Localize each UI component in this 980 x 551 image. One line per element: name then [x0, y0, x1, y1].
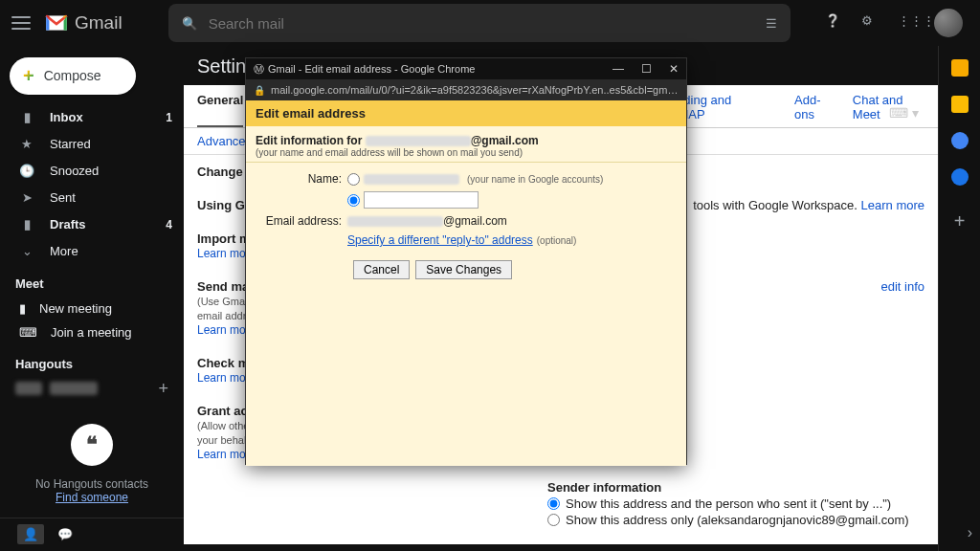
save-button[interactable]: Save Changes	[415, 260, 512, 279]
nav-inbox[interactable]: ▮Inbox1	[0, 104, 184, 131]
hangouts-bubble-icon: ❝	[71, 424, 113, 466]
keyboard-icon: ⌨	[19, 325, 37, 340]
apps-grid-icon[interactable]: ⋮⋮⋮	[898, 13, 917, 33]
join-meeting-button[interactable]: ⌨Join a meeting	[0, 320, 184, 344]
nav-sent[interactable]: ➤Sent	[0, 185, 184, 211]
reply-to-link[interactable]: Specify a different "reply-to" address	[347, 233, 533, 247]
chat-icon[interactable]: 💬	[57, 527, 73, 541]
nav-icon: ➤	[19, 190, 34, 205]
search-icon: 🔍	[182, 16, 197, 31]
search-input[interactable]	[209, 15, 766, 32]
find-someone-link[interactable]: Find someone	[56, 491, 128, 504]
nav-snoozed[interactable]: 🕒Snoozed	[0, 158, 184, 185]
top-bar: Gmail 🔍 ☰ ❔ ⚙ ⋮⋮⋮	[0, 0, 980, 46]
popup-url: mail.google.com/mail/u/0/?ui=2&ik=a9f582…	[271, 84, 679, 96]
compose-button[interactable]: + Compose	[10, 57, 136, 95]
side-panel: + ›	[938, 46, 980, 551]
email-label: Email address:	[256, 214, 347, 228]
popup-window-title: Gmail - Edit email address - Google Chro…	[268, 63, 475, 75]
sidebar-footer: 👤 💬	[0, 518, 184, 551]
popup-header: Edit email address	[246, 100, 686, 126]
hangouts-header: Hangouts	[0, 345, 184, 377]
tasks-icon[interactable]	[951, 132, 969, 149]
popup-titlebar[interactable]: Ⓜ Gmail - Edit email address - Google Ch…	[246, 58, 686, 79]
lock-icon: 🔒	[254, 85, 265, 96]
nav-drafts[interactable]: ▮Drafts4	[0, 211, 184, 238]
popup-addressbar[interactable]: 🔒 mail.google.com/mail/u/0/?ui=2&ik=a9f5…	[246, 79, 686, 100]
add-addon-icon[interactable]: +	[954, 210, 966, 232]
hangouts-empty: ❝ No Hangouts contacts Find someone	[0, 401, 184, 518]
account-avatar[interactable]	[934, 9, 963, 37]
search-options-icon[interactable]: ☰	[766, 16, 777, 31]
gmail-logo[interactable]: Gmail	[44, 12, 122, 33]
minimize-icon[interactable]: —	[612, 62, 624, 76]
input-tools-icon[interactable]: ⌨ ▾	[889, 105, 919, 121]
nav-starred[interactable]: ★Starred	[0, 131, 184, 158]
edit-email-popup: Ⓜ Gmail - Edit email address - Google Ch…	[245, 57, 687, 465]
maximize-icon[interactable]: ☐	[641, 62, 652, 76]
tab-add-ons[interactable]: Add-ons	[794, 93, 835, 127]
meet-header: Meet	[0, 265, 184, 297]
camera-icon: ▮	[19, 301, 26, 316]
nav-icon: ▮	[19, 110, 34, 124]
menu-icon[interactable]	[11, 16, 31, 30]
collapse-panel-icon[interactable]: ›	[968, 524, 972, 541]
nav-more[interactable]: ⌄More	[0, 238, 184, 265]
edit-info-link[interactable]: edit info	[880, 279, 924, 337]
sender-info-header: Sender information	[547, 480, 661, 495]
app-name: Gmail	[75, 12, 122, 33]
popup-favicon: Ⓜ	[254, 62, 264, 77]
nav-icon: ▮	[19, 217, 34, 231]
help-icon[interactable]: ❔	[825, 13, 844, 33]
plus-icon: +	[23, 65, 34, 87]
settings-gear-icon[interactable]: ⚙	[861, 13, 880, 33]
sidebar: + Compose ▮Inbox1★Starred🕒Snoozed➤Sent▮D…	[0, 46, 184, 551]
calendar-icon[interactable]	[951, 59, 969, 77]
keep-icon[interactable]	[951, 96, 969, 113]
contacts-icon[interactable]	[951, 168, 969, 186]
person-icon[interactable]: 👤	[17, 524, 44, 544]
hangouts-user[interactable]: +	[0, 377, 184, 401]
tab-general[interactable]: General	[197, 93, 243, 127]
learn-more-link[interactable]: Learn more	[861, 198, 924, 212]
nav-icon: 🕒	[19, 164, 34, 178]
close-icon[interactable]: ✕	[669, 62, 679, 76]
search-bar[interactable]: 🔍 ☰	[168, 4, 791, 42]
add-hangout-icon[interactable]: +	[158, 379, 168, 399]
name-radio-2[interactable]	[347, 194, 360, 207]
nav-icon: ⌄	[19, 244, 34, 258]
nav-icon: ★	[19, 137, 34, 151]
new-meeting-button[interactable]: ▮New meeting	[0, 297, 184, 320]
name-input[interactable]	[364, 191, 479, 209]
compose-label: Compose	[44, 68, 101, 83]
sender-opt1-radio[interactable]	[547, 497, 560, 510]
name-label: Name:	[256, 172, 347, 186]
name-radio-1[interactable]	[347, 173, 360, 186]
cancel-button[interactable]: Cancel	[353, 260, 410, 279]
sender-opt2-radio[interactable]	[547, 514, 560, 526]
